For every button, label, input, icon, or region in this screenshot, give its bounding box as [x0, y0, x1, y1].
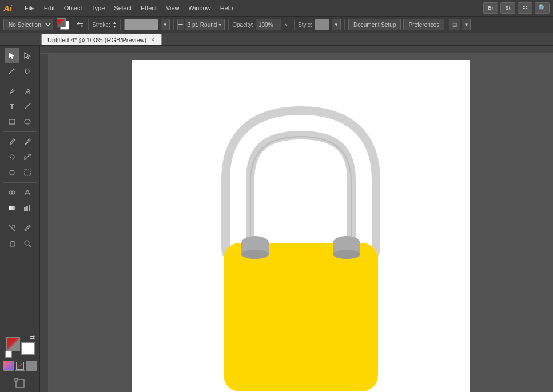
reset-colors-icon[interactable] [5, 351, 12, 358]
rect-tool-btn[interactable] [5, 114, 19, 129]
svg-point-12 [11, 191, 15, 194]
menu-edit[interactable]: Edit [40, 3, 59, 13]
menu-file[interactable]: File [21, 3, 39, 13]
swap-colors-btn[interactable]: ⇄ [30, 334, 35, 341]
svg-point-32 [333, 250, 360, 259]
extra-bottom-tool [4, 377, 36, 390]
svg-rect-18 [26, 206, 28, 211]
svg-marker-6 [10, 156, 11, 158]
stock-btn[interactable]: St [500, 2, 515, 14]
menu-help[interactable]: Help [216, 3, 237, 13]
mask-btn[interactable] [26, 361, 37, 371]
arrange-btn[interactable]: ⊟ [449, 19, 460, 30]
direct-selection-tool-btn[interactable] [20, 48, 35, 63]
workspace-btn[interactable]: ☷ [518, 2, 532, 14]
fill-stroke-swatches: ⇆ [57, 18, 83, 31]
opacity-arrow-btn[interactable]: › [281, 19, 291, 30]
puppet-warp-tool-btn[interactable] [5, 165, 19, 180]
style-swatch[interactable] [315, 19, 329, 30]
selection-tool-btn[interactable] [5, 48, 19, 63]
ruler-left [40, 54, 49, 392]
tool-sep-4 [3, 218, 37, 218]
hand-tool-btn[interactable] [5, 236, 19, 251]
search-btn[interactable]: 🔍 [535, 2, 550, 14]
svg-point-5 [25, 119, 30, 124]
tool-row-7 [5, 150, 35, 165]
rotate-tool-btn[interactable] [5, 150, 19, 165]
menu-window[interactable]: Window [185, 3, 215, 13]
color-mode-btn[interactable] [3, 361, 14, 371]
style-label: Style: [298, 22, 312, 28]
menu-bar: Ai File Edit Object Type Select Effect V… [0, 0, 553, 16]
divider-4 [228, 19, 229, 30]
svg-point-29 [241, 250, 269, 259]
shape-builder-tool-btn[interactable] [5, 185, 19, 200]
bridge-btn[interactable]: Br [483, 2, 498, 14]
stroke-spinner[interactable]: ▲ ▼ [113, 21, 117, 29]
opacity-container: › [256, 19, 291, 30]
weight-value: 3 pt. Round [188, 22, 217, 28]
svg-rect-26 [224, 243, 378, 391]
svg-line-14 [27, 190, 30, 195]
menu-object[interactable]: Object [60, 3, 86, 13]
menu-view[interactable]: View [162, 3, 184, 13]
swatch-stack [57, 18, 75, 31]
pencil-tool-btn[interactable] [20, 134, 35, 149]
canvas-content[interactable]: ⌞ [49, 54, 553, 392]
svg-line-0 [9, 69, 14, 74]
svg-rect-17 [24, 207, 26, 211]
tool-row-8 [5, 165, 35, 180]
type-tool-btn[interactable]: T [5, 99, 19, 114]
background-color-swatch[interactable] [21, 342, 35, 355]
arrange-dropdown-btn[interactable]: ▼ [462, 19, 471, 30]
free-transform-tool-btn[interactable] [20, 165, 35, 180]
lasso-tool-btn[interactable] [20, 63, 35, 78]
ellipse-tool-btn[interactable] [20, 114, 35, 129]
tab-close-button[interactable]: × [150, 36, 156, 43]
divider-3 [173, 19, 174, 30]
foreground-color-swatch[interactable] [6, 337, 20, 351]
style-dropdown[interactable]: ▼ [332, 19, 341, 30]
chevron-down-icon: ▼ [218, 23, 222, 27]
image-crop-tool-btn[interactable] [4, 377, 36, 390]
document-setup-button[interactable]: Document Setup [348, 19, 401, 30]
svg-point-9 [11, 170, 13, 171]
stroke-color-dropdown[interactable]: ▼ [161, 19, 170, 30]
divider-5 [294, 19, 295, 30]
grid-icon: ⊟ [452, 22, 457, 28]
divider-2 [120, 19, 121, 30]
magic-wand-tool-btn[interactable] [5, 63, 19, 78]
fill-swatch[interactable] [57, 18, 66, 27]
zoom-tool-btn[interactable] [20, 236, 35, 251]
paintbrush-tool-btn[interactable] [5, 134, 19, 149]
chart-tool-btn[interactable] [20, 201, 35, 215]
menu-type[interactable]: Type [87, 3, 109, 13]
opacity-input[interactable] [256, 19, 281, 30]
preferences-button[interactable]: Preferences [403, 19, 444, 30]
selection-dropdown[interactable]: No Selection [3, 19, 53, 30]
none-color-btn[interactable] [15, 361, 25, 371]
document-tab[interactable]: Untitled-4* @ 100% (RGB/Preview) × [41, 34, 162, 45]
type-icon: T [10, 102, 14, 111]
tab-bar: Untitled-4* @ 100% (RGB/Preview) × [0, 33, 553, 46]
app-logo: Ai [3, 3, 16, 13]
pen-tool-btn[interactable] [5, 83, 19, 98]
scale-tool-btn[interactable] [20, 150, 35, 165]
line-tool-btn[interactable] [20, 99, 35, 114]
stroke-weight-dropdown[interactable]: 3 pt. Round ▼ [185, 19, 225, 30]
artboard: ⌞ [132, 60, 470, 392]
menu-select[interactable]: Select [110, 3, 136, 13]
menu-effect[interactable]: Effect [137, 3, 161, 13]
stroke-color-preview[interactable] [124, 19, 158, 30]
swap-colors-icon[interactable]: ⇆ [77, 20, 83, 29]
add-anchor-tool-btn[interactable]: + [20, 83, 35, 98]
divider-6 [344, 19, 345, 30]
eraser-tool-btn[interactable] [20, 221, 35, 235]
gradient-tool-btn[interactable] [5, 201, 19, 215]
perspective-tool-btn[interactable] [20, 185, 35, 200]
chevron-down-arrange-icon: ▼ [464, 22, 468, 27]
options-toolbar: No Selection ⇆ Stroke: ▲ ▼ ▼ 3 pt. Round… [0, 16, 553, 33]
tool-row-6 [5, 134, 35, 149]
slice-tool-btn[interactable] [5, 221, 19, 235]
svg-line-3 [25, 103, 30, 109]
